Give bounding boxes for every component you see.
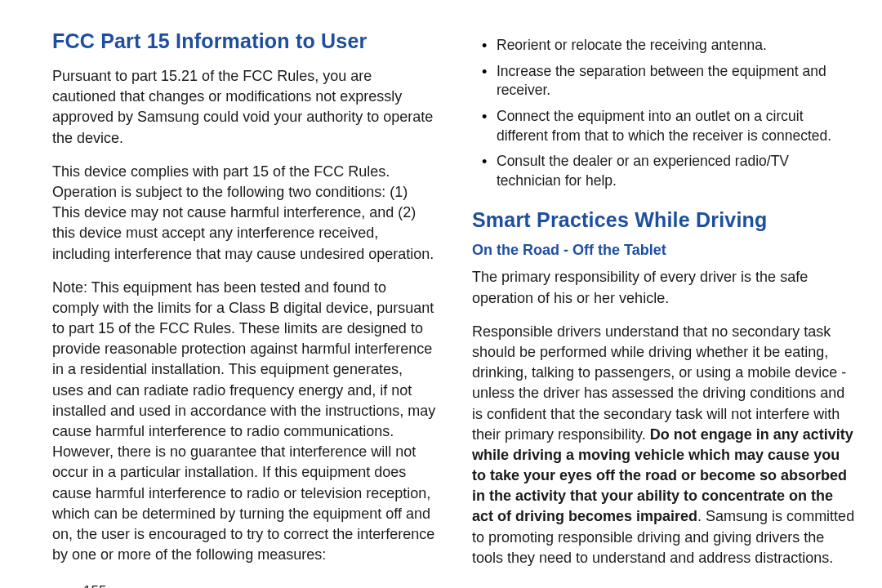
fcc-paragraph-1: Pursuant to part 15.21 of the FCC Rules,… xyxy=(52,66,436,149)
on-the-road-subhead: On the Road - Off the Tablet xyxy=(472,242,856,259)
fcc-paragraph-3: Note: This equipment has been tested and… xyxy=(52,278,436,566)
interference-bullet-list: Reorient or relocate the receiving anten… xyxy=(472,29,856,197)
smart-practices-heading: Smart Practices While Driving xyxy=(472,208,856,232)
page-number: 155 xyxy=(52,573,436,588)
fcc-paragraph-2: This device complies with part 15 of the… xyxy=(52,162,436,265)
bullet-item: Increase the separation between the equi… xyxy=(472,62,856,100)
bullet-item: Reorient or relocate the receiving anten… xyxy=(472,36,856,56)
bullet-item: Connect the equipment into an outlet on … xyxy=(472,107,856,145)
bullet-item: Consult the dealer or an experienced rad… xyxy=(472,152,856,190)
driving-paragraph-2-plain-a: Responsible drivers understand that no s… xyxy=(472,323,846,443)
right-column: Reorient or relocate the receiving anten… xyxy=(472,29,856,572)
left-column: FCC Part 15 Information to User Pursuant… xyxy=(52,29,436,572)
driving-paragraph-2: Responsible drivers understand that no s… xyxy=(472,322,856,568)
fcc-heading: FCC Part 15 Information to User xyxy=(52,29,436,53)
driving-paragraph-1: The primary responsibility of every driv… xyxy=(472,267,856,308)
